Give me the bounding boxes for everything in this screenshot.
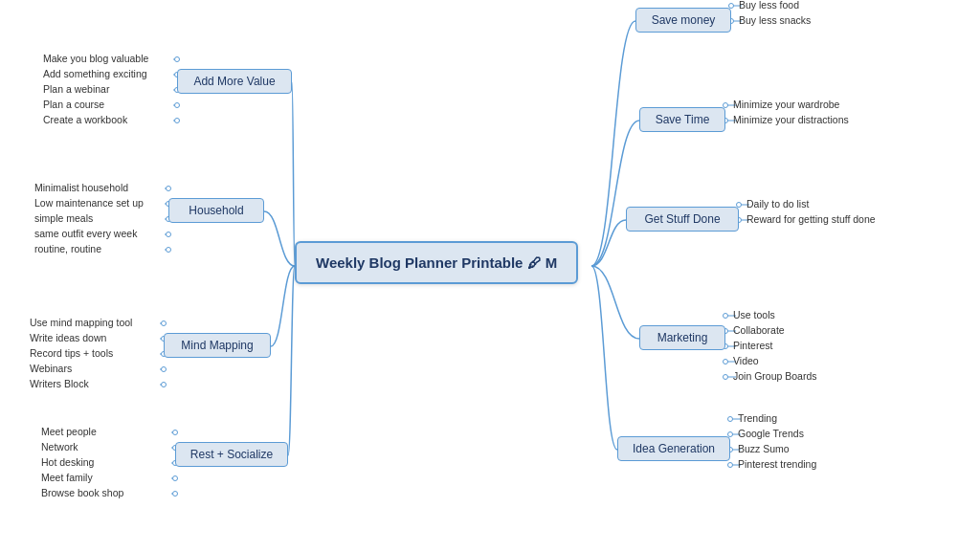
leaf-save-time-0: Minimize your wardrobe [733,99,839,110]
leaf-rest-socialize-4: Browse book shop [41,487,123,498]
svg-point-27 [162,367,167,372]
leaf-household-4: routine, routine [34,243,101,254]
leaf-add-more-value-4: Create a workbook [43,114,127,125]
branch-node-get-stuff-done: Get Stuff Done [626,207,739,232]
branch-node-marketing: Marketing [639,325,725,350]
svg-point-61 [724,375,728,380]
leaf-household-1: Low maintenance set up [34,197,144,209]
leaf-mind-mapping-4: Writers Block [30,378,89,389]
svg-point-53 [724,314,728,319]
leaf-household-2: simple meals [34,212,93,224]
leaf-marketing-1: Collaborate [733,324,785,336]
leaf-add-more-value-0: Make you blog valuable [43,53,148,64]
leaf-marketing-0: Use tools [733,309,775,320]
svg-point-63 [728,417,733,422]
svg-point-29 [162,383,167,387]
leaf-rest-socialize-1: Network [41,441,78,453]
svg-point-17 [167,232,171,237]
leaf-get-stuff-done-1: Reward for getting stuff done [746,213,876,225]
leaf-mind-mapping-0: Use mind mapping tool [30,317,132,328]
leaf-idea-generation-1: Google Trends [738,428,804,439]
branch-node-rest-socialize: Rest + Socialize [175,442,288,467]
svg-point-37 [173,476,178,481]
svg-point-69 [728,463,733,468]
leaf-marketing-2: Pinterest [733,340,772,351]
leaf-save-money-1: Buy less snacks [739,14,811,26]
leaf-add-more-value-2: Plan a webinar [43,83,109,95]
branch-node-save-time: Save Time [639,107,725,132]
leaf-add-more-value-1: Add something exciting [43,68,147,79]
leaf-marketing-4: Join Group Boards [733,370,817,382]
branch-node-save-money: Save money [635,8,731,33]
leaf-add-more-value-3: Plan a course [43,99,104,110]
leaf-rest-socialize-0: Meet people [41,426,97,437]
leaf-mind-mapping-3: Webinars [30,363,72,374]
svg-point-1 [175,57,180,62]
leaf-get-stuff-done-0: Daily to do list [746,198,809,210]
svg-point-31 [173,431,178,435]
leaf-rest-socialize-2: Hot desking [41,456,94,468]
branch-node-idea-generation: Idea Generation [617,436,730,461]
leaf-idea-generation-0: Trending [738,412,777,424]
branch-node-mind-mapping: Mind Mapping [164,333,271,358]
leaf-marketing-3: Video [733,355,759,366]
leaf-household-0: Minimalist household [34,182,128,193]
svg-point-59 [724,360,728,364]
branch-node-household: Household [168,198,264,223]
leaf-household-3: same outfit every week [34,228,137,239]
leaf-mind-mapping-1: Write ideas down [30,332,106,343]
leaf-rest-socialize-3: Meet family [41,472,93,483]
svg-point-21 [162,321,167,326]
center-node: Weekly Blog Planner Printable 🖊 M [295,241,578,284]
svg-point-19 [167,248,171,253]
leaf-idea-generation-3: Pinterest trending [738,458,816,470]
svg-point-39 [173,492,178,497]
svg-point-9 [175,119,180,123]
leaf-save-time-1: Minimize your distractions [733,114,849,125]
leaf-mind-mapping-2: Record tips + tools [30,347,113,359]
svg-point-7 [175,103,180,108]
svg-point-11 [167,187,171,191]
branch-node-add-more-value: Add More Value [177,69,292,94]
leaf-save-money-0: Buy less food [739,0,799,11]
leaf-idea-generation-2: Buzz Sumo [738,443,790,454]
center-label: Weekly Blog Planner Printable 🖊 M [316,254,557,271]
